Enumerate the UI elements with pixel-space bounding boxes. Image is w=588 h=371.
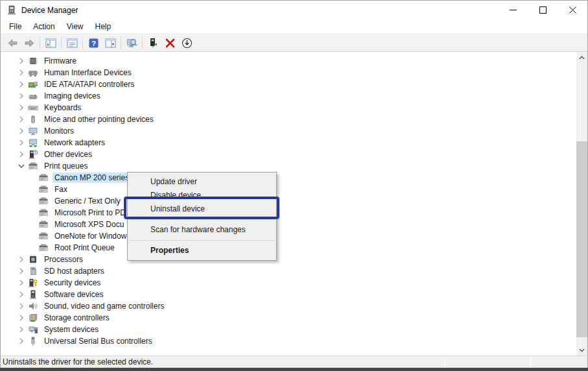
context-menu-item-update-driver[interactable]: Update driver <box>128 175 276 189</box>
tree-item-label: Sound, video and game controllers <box>42 301 166 311</box>
chevron-right-icon[interactable] <box>16 301 27 311</box>
close-button[interactable] <box>558 1 587 19</box>
menu-help[interactable]: Help <box>89 20 117 33</box>
chevron-right-icon[interactable] <box>16 138 27 148</box>
chevron-right-icon[interactable] <box>16 126 27 136</box>
context-menu-item-scan-for-hardware-changes[interactable]: Scan for hardware changes <box>128 223 276 237</box>
tree-item-keyboards[interactable]: Keyboards <box>1 102 576 114</box>
window-title: Device Manager <box>21 6 78 15</box>
arrow-left-icon <box>7 38 18 49</box>
context-menu-item-disable-device[interactable]: Disable device <box>128 189 276 202</box>
chevron-right-icon[interactable] <box>16 91 27 101</box>
context-menu-separator <box>129 240 275 241</box>
ide-icon <box>28 79 38 90</box>
toolbar-separator <box>61 37 62 49</box>
minimize-button[interactable] <box>498 1 528 19</box>
tree-item-label: Mice and other pointing devices <box>42 114 156 125</box>
mouse-icon <box>28 114 38 125</box>
back-button[interactable] <box>4 35 21 51</box>
context-menu-item-properties[interactable]: Properties <box>128 244 276 257</box>
tree-item-ide-ata-atapi-controllers[interactable]: IDE ATA/ATAPI controllers <box>1 78 576 90</box>
tree-item-processors[interactable]: Processors <box>1 254 576 265</box>
menu-file[interactable]: File <box>3 20 27 33</box>
tree-item-root-print-queue[interactable]: Root Print Queue <box>1 242 576 254</box>
expander-spacer <box>27 196 37 206</box>
tree-item-microsoft-print-to-pd[interactable]: Microsoft Print to PD <box>1 207 576 219</box>
tree-item-network-adapters[interactable]: Network adapters <box>1 137 576 149</box>
menu-view[interactable]: View <box>61 20 89 33</box>
tree-item-sd-host-adapters[interactable]: SD host adapters <box>1 265 576 277</box>
tree-item-label: Software devices <box>42 289 105 300</box>
maximize-button[interactable] <box>528 1 558 19</box>
device-tree: FirmwareHuman Interface DevicesIDE ATA/A… <box>1 52 576 355</box>
chevron-right-icon[interactable] <box>16 266 27 276</box>
help-button[interactable]: ? <box>85 35 102 51</box>
firmware-icon <box>28 56 38 66</box>
keyboard-icon <box>28 102 38 113</box>
tree-item-label: Universal Serial Bus controllers <box>42 336 154 346</box>
tree-item-human-interface-devices[interactable]: Human Interface Devices <box>1 67 576 78</box>
chevron-right-icon[interactable] <box>16 313 27 323</box>
window-play-icon <box>105 38 116 49</box>
context-menu-item-uninstall-device[interactable]: Uninstall device <box>128 202 276 216</box>
scroll-down-button[interactable] <box>576 344 587 355</box>
chevron-right-icon[interactable] <box>16 79 27 90</box>
tree-item-system-devices[interactable]: System devices <box>1 324 576 335</box>
chevron-right-icon[interactable] <box>16 102 27 113</box>
disable-device-button[interactable] <box>178 35 195 51</box>
tree-item-sound-video-and-game-controllers[interactable]: Sound, video and game controllers <box>1 300 576 312</box>
chevron-right-icon[interactable] <box>16 149 27 160</box>
chevron-right-icon[interactable] <box>16 254 27 265</box>
chevron-right-icon[interactable] <box>16 67 27 78</box>
tree-item-label: Imaging devices <box>42 91 102 101</box>
uninstall-device-button[interactable] <box>161 35 178 51</box>
chevron-right-icon[interactable] <box>16 289 27 300</box>
hid-icon <box>28 67 38 78</box>
properties-pane-button[interactable] <box>64 35 80 51</box>
tree-area: FirmwareHuman Interface DevicesIDE ATA/A… <box>1 52 587 355</box>
window-tree-icon <box>45 38 56 49</box>
printer-icon <box>38 196 49 206</box>
tree-item-universal-serial-bus-controllers[interactable]: Universal Serial Bus controllers <box>1 335 576 347</box>
vertical-scrollbar[interactable] <box>576 52 587 355</box>
tree-item-label: System devices <box>42 324 100 335</box>
tree-item-monitors[interactable]: Monitors <box>1 125 576 137</box>
chevron-right-icon[interactable] <box>16 114 27 125</box>
tree-item-software-devices[interactable]: Software devices <box>1 289 576 300</box>
tree-item-storage-controllers[interactable]: Storage controllers <box>1 312 576 324</box>
window-bottom-edge <box>0 368 588 371</box>
action-pane-button[interactable] <box>102 35 119 51</box>
imaging-icon <box>28 91 38 101</box>
tree-item-microsoft-xps-docu[interactable]: Microsoft XPS Docu <box>1 219 576 230</box>
update-driver-button[interactable] <box>145 35 161 51</box>
scan-for-hardware-changes-button[interactable] <box>123 35 140 51</box>
expander-spacer <box>27 231 37 241</box>
scrollbar-thumb[interactable] <box>576 141 587 337</box>
scroll-up-button[interactable] <box>576 52 587 63</box>
tree-item-fax[interactable]: Fax <box>1 184 576 195</box>
tree-item-imaging-devices[interactable]: Imaging devices <box>1 90 576 102</box>
tree-item-other-devices[interactable]: ?Other devices <box>1 149 576 160</box>
scan-monitor-icon <box>126 38 137 49</box>
svg-text:?: ? <box>91 39 96 47</box>
tree-item-security-devices[interactable]: Security devices <box>1 277 576 289</box>
printer-icon <box>38 231 49 241</box>
chevron-right-icon[interactable] <box>16 56 27 66</box>
expander-spacer <box>27 184 37 195</box>
chevron-right-icon[interactable] <box>16 278 27 288</box>
tree-item-canon-mp-200-series[interactable]: Canon MP 200 series <box>1 172 576 184</box>
tree-item-onenote-for-window[interactable]: OneNote for Window <box>1 230 576 242</box>
menu-action[interactable]: Action <box>27 20 60 33</box>
show-console-tree-button[interactable] <box>42 35 59 51</box>
tree-item-label: Microsoft XPS Docu <box>53 219 126 230</box>
forward-button[interactable] <box>21 35 38 51</box>
tree-item-generic-text-only[interactable]: Generic / Text Only <box>1 195 576 207</box>
chevron-right-icon[interactable] <box>16 324 27 335</box>
chevron-down-icon[interactable] <box>16 161 27 171</box>
tree-item-print-queues[interactable]: Print queues <box>1 160 576 172</box>
tree-item-firmware[interactable]: Firmware <box>1 55 576 67</box>
tree-item-label: Storage controllers <box>42 313 112 323</box>
status-text: Uninstalls the driver for the selected d… <box>3 357 153 366</box>
tree-item-mice-and-other-pointing-devices[interactable]: Mice and other pointing devices <box>1 114 576 125</box>
chevron-right-icon[interactable] <box>16 336 27 346</box>
